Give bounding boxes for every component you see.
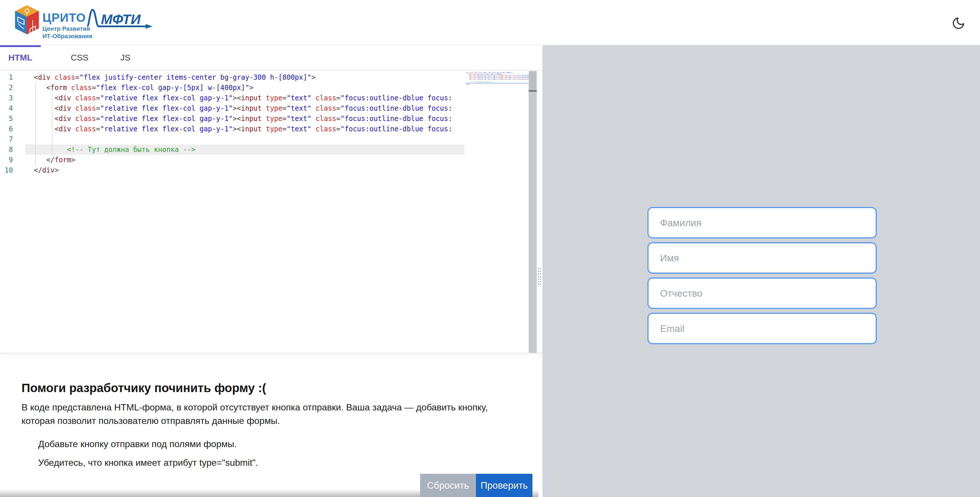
code-line: <!-- Тут должна быть кнопка --> bbox=[0, 144, 465, 155]
code-line: <div class="flex justify-center items-ce… bbox=[0, 72, 465, 83]
code-line: <div class="relative flex flex-col gap-y… bbox=[0, 124, 465, 134]
header: ЦРИТО Центр Развития ИТ-Образования МФТИ bbox=[0, 0, 980, 45]
minimap[interactable]: <div class="flex justify-center items-ce… bbox=[466, 72, 528, 106]
minimap-active-line bbox=[466, 83, 528, 84]
code-editor: 12345678910 <div class="flex justify-cen… bbox=[0, 71, 542, 353]
moon-icon bbox=[951, 16, 966, 30]
code-content[interactable]: <div class="flex justify-center items-ce… bbox=[0, 72, 465, 353]
code-line: <div class="relative flex flex-col gap-y… bbox=[0, 93, 465, 103]
tab-bar: HTMLCSSJS bbox=[0, 45, 542, 70]
crito-logo-subtitle-1: Центр Развития bbox=[43, 25, 90, 32]
check-button[interactable]: Проверить bbox=[476, 474, 533, 497]
task-steps: Добавьте кнопку отправки под полями форм… bbox=[38, 438, 258, 476]
code-line: </form> bbox=[0, 155, 465, 165]
task-step: Добавьте кнопку отправки под полями форм… bbox=[38, 438, 258, 449]
code-line: <div class="relative flex flex-col gap-y… bbox=[0, 103, 465, 113]
code-line: <form class="flex flex-col gap-y-[5px] w… bbox=[0, 83, 465, 93]
tab-html[interactable]: HTML bbox=[0, 45, 41, 70]
tab-js[interactable]: JS bbox=[106, 45, 145, 70]
page: ЦРИТО Центр Развития ИТ-Образования МФТИ… bbox=[0, 0, 980, 497]
task-step: Убедитесь, что кнопка имеет атрибут type… bbox=[38, 457, 258, 468]
tab-css[interactable]: CSS bbox=[57, 45, 102, 70]
task-description: В коде представлена HTML-форма, в которо… bbox=[22, 401, 512, 428]
svg-text:МФТИ: МФТИ bbox=[101, 12, 141, 27]
theme-toggle-button[interactable] bbox=[947, 12, 970, 34]
preview-field-фамилия[interactable] bbox=[648, 207, 877, 238]
reset-button[interactable]: Сбросить bbox=[420, 474, 476, 497]
task-title: Помоги разработчику починить форму :( bbox=[22, 381, 266, 395]
mfti-logo: МФТИ bbox=[85, 8, 159, 35]
preview-panel bbox=[542, 45, 980, 497]
code-line: </div> bbox=[0, 165, 465, 175]
preview-field-имя[interactable] bbox=[648, 242, 877, 274]
editor-scrollbar-thumb[interactable] bbox=[529, 71, 537, 90]
crito-logo-title: ЦРИТО bbox=[43, 11, 86, 25]
panel-resize-handle[interactable] bbox=[537, 267, 541, 286]
code-line: <div class="relative flex flex-col gap-y… bbox=[0, 113, 465, 124]
code-line bbox=[0, 134, 465, 144]
editor-scrollbar-track[interactable] bbox=[529, 71, 537, 353]
crito-cube-icon bbox=[15, 5, 39, 35]
preview-field-email[interactable] bbox=[648, 313, 877, 344]
preview-field-отчество[interactable] bbox=[648, 278, 877, 309]
